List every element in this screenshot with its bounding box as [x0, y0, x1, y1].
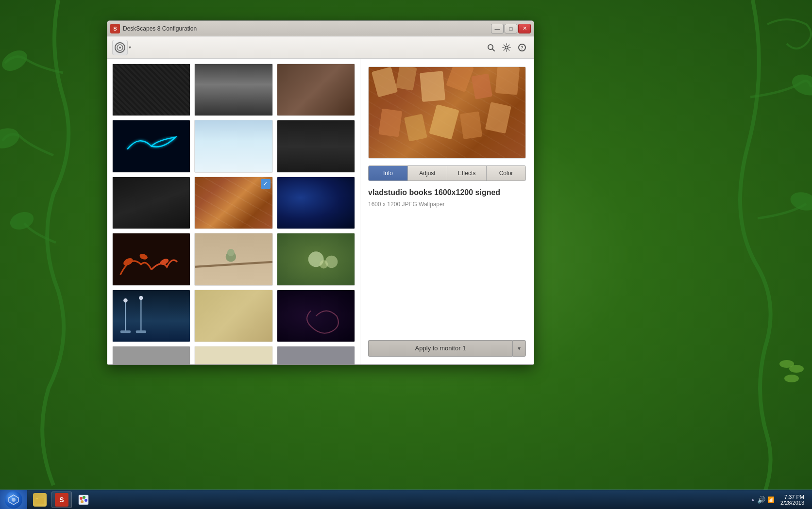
clock[interactable]: 7:37 PM 2/28/2013 — [777, 494, 808, 506]
svg-point-15 — [122, 257, 134, 267]
wallpaper-item[interactable] — [194, 290, 272, 342]
svg-point-0 — [0, 46, 31, 75]
wallpaper-item[interactable] — [194, 346, 272, 364]
paint-icon — [77, 493, 90, 507]
svg-rect-29 — [136, 330, 146, 333]
svg-point-6 — [789, 365, 804, 373]
svg-point-7 — [784, 375, 799, 382]
title-bar-buttons: — □ ✕ — [491, 24, 531, 33]
taskbar-item-paint[interactable] — [74, 492, 93, 508]
maximize-button[interactable]: □ — [505, 24, 517, 33]
wallpaper-item-selected[interactable] — [194, 177, 272, 229]
tab-effects[interactable]: Effects — [447, 166, 487, 181]
wallpaper-item[interactable] — [112, 177, 190, 229]
taskbar-items: S — [27, 490, 744, 509]
svg-point-45 — [80, 497, 83, 500]
wallpaper-grid — [107, 59, 360, 364]
svg-point-4 — [788, 189, 812, 213]
file-manager-icon — [33, 493, 47, 507]
settings-button[interactable] — [500, 41, 513, 54]
close-button[interactable]: ✕ — [518, 24, 531, 33]
title-bar: S DeskScapes 8 Configuration — □ ✕ — [107, 21, 534, 36]
wallpaper-item[interactable] — [277, 177, 355, 229]
tab-adjust[interactable]: Adjust — [408, 166, 447, 181]
tab-bar: Info Adjust Effects Color — [368, 165, 526, 181]
wallpaper-item[interactable] — [112, 233, 190, 285]
wallpaper-title: vladstudio books 1600x1200 signed — [368, 188, 526, 198]
search-button[interactable] — [484, 41, 498, 54]
svg-point-46 — [83, 496, 85, 499]
desktop: S DeskScapes 8 Configuration — □ ✕ ▾ — [0, 0, 812, 509]
taskbar-tray: ▲ 🔊 📶 7:37 PM 2/28/2013 — [744, 490, 812, 509]
app-icon: S — [110, 24, 120, 33]
wallpaper-item[interactable] — [194, 120, 272, 172]
svg-point-5 — [779, 360, 794, 368]
wallpaper-item[interactable] — [112, 290, 190, 342]
svg-point-1 — [0, 125, 21, 151]
wallpaper-subtitle: 1600 x 1200 JPEG Wallpaper — [368, 201, 526, 208]
svg-line-11 — [492, 49, 494, 51]
svg-point-9 — [119, 47, 121, 49]
svg-point-23 — [320, 261, 328, 269]
svg-point-47 — [85, 499, 87, 502]
wallpaper-item[interactable] — [194, 233, 272, 285]
wallpaper-item[interactable] — [112, 64, 190, 116]
svg-rect-36 — [495, 67, 520, 95]
network-icon[interactable]: 📶 — [767, 496, 775, 503]
taskbar: S ▲ 🔊 📶 — [0, 490, 812, 509]
clock-date: 2/28/2013 — [780, 500, 804, 506]
svg-point-27 — [139, 296, 143, 300]
apply-button-container: Apply to monitor 1 ▾ — [368, 332, 526, 357]
tray-arrow[interactable]: ▲ — [750, 497, 755, 502]
svg-point-2 — [8, 209, 36, 232]
svg-point-12 — [505, 46, 508, 49]
toolbar: ▾ ? — [107, 36, 534, 59]
svg-line-18 — [195, 262, 272, 267]
app-window: S DeskScapes 8 Configuration — □ ✕ ▾ — [107, 20, 534, 365]
tray-icons: ▲ 🔊 📶 — [748, 496, 777, 504]
menu-button[interactable] — [112, 40, 128, 55]
wallpaper-item[interactable] — [277, 346, 355, 364]
svg-rect-40 — [460, 111, 482, 139]
svg-rect-33 — [420, 71, 445, 102]
svg-point-3 — [789, 71, 812, 99]
tab-info[interactable]: Info — [369, 166, 408, 181]
start-button[interactable] — [0, 490, 27, 509]
svg-point-48 — [81, 500, 84, 503]
preview-image — [368, 66, 526, 159]
detail-panel: Info Adjust Effects Color vladstudio boo… — [360, 59, 534, 364]
volume-icon[interactable]: 🔊 — [757, 496, 765, 504]
svg-point-42 — [12, 498, 16, 502]
apply-dropdown-button[interactable]: ▾ — [512, 340, 526, 357]
wallpaper-item[interactable] — [112, 346, 190, 364]
logo-icon — [115, 42, 125, 53]
tab-color[interactable]: Color — [487, 166, 525, 181]
svg-point-16 — [139, 253, 149, 261]
clock-time: 7:37 PM — [784, 494, 804, 500]
wallpaper-item[interactable] — [277, 64, 355, 116]
content-area: Info Adjust Effects Color vladstudio boo… — [107, 59, 534, 364]
window-title: DeskScapes 8 Configuration — [123, 25, 491, 32]
deskscapes-icon: S — [55, 493, 68, 507]
help-button[interactable]: ? — [515, 41, 529, 54]
wallpaper-item[interactable] — [112, 120, 190, 172]
menu-dropdown-arrow[interactable]: ▾ — [129, 45, 131, 50]
apply-to-monitor-button[interactable]: Apply to monitor 1 — [368, 340, 512, 357]
taskbar-item-filemanager[interactable] — [30, 492, 50, 508]
wallpaper-item[interactable] — [277, 290, 355, 342]
svg-text:?: ? — [521, 45, 524, 50]
svg-rect-37 — [378, 108, 402, 137]
wallpaper-item[interactable] — [194, 64, 272, 116]
wallpaper-item[interactable] — [277, 120, 355, 172]
svg-point-25 — [123, 298, 128, 303]
minimize-button[interactable]: — — [491, 24, 504, 33]
svg-point-20 — [227, 249, 235, 256]
wallpaper-item[interactable] — [277, 233, 355, 285]
svg-rect-28 — [120, 330, 131, 333]
start-orb — [5, 491, 22, 509]
taskbar-item-deskscapes[interactable]: S — [51, 492, 72, 508]
